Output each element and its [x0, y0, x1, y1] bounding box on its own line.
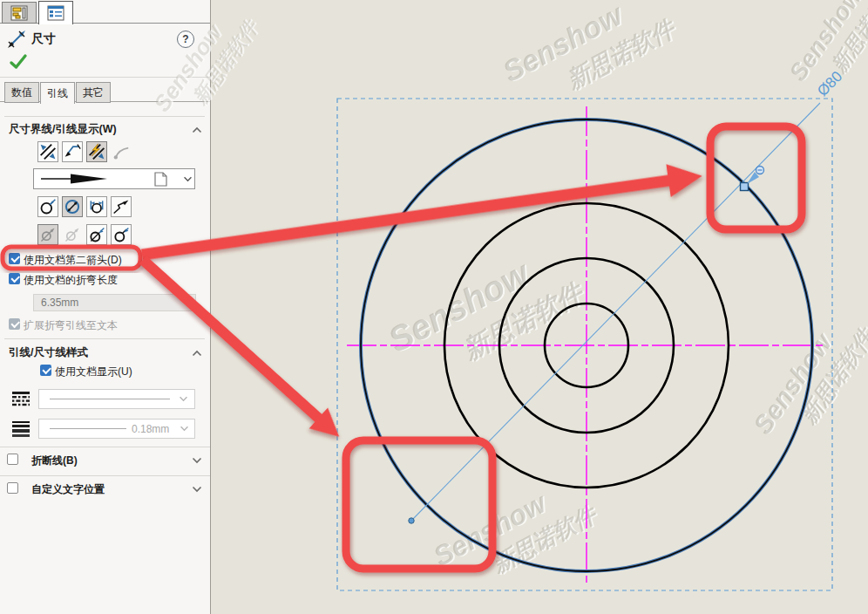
configurations-icon: [47, 5, 64, 21]
diameter-disabled-icon: [39, 226, 57, 243]
bend-length-label[interactable]: 使用文档的折弯长度: [24, 273, 118, 288]
line-style-preview: [50, 399, 170, 399]
collapse-chevron-up-icon[interactable]: [192, 350, 202, 357]
jogged-leader-button[interactable]: [111, 196, 132, 217]
tab-value[interactable]: 数值: [4, 82, 39, 103]
line-style-dropdown: [38, 389, 195, 409]
panel-title: 尺寸: [31, 31, 56, 47]
second-arrow-label[interactable]: 使用文档第二箭头(D): [24, 253, 122, 268]
divider: [0, 77, 210, 78]
smart-witness-button[interactable]: [86, 141, 107, 162]
tab-property-manager[interactable]: [2, 2, 37, 24]
thickness-value: 0.18mm: [132, 423, 169, 435]
tab-configurations[interactable]: [38, 1, 73, 24]
tab-other[interactable]: 其它: [76, 82, 111, 103]
break-lines-checkbox[interactable]: [7, 454, 18, 465]
open-diameter-button[interactable]: [111, 224, 132, 245]
second-arrow-checkbox[interactable]: [9, 253, 20, 264]
thickness-preview: [50, 428, 126, 429]
app-window: 尺寸 ? 数值 引线 其它 尺寸界线/引线显示(W): [0, 0, 868, 614]
line-thickness-icon: [11, 420, 31, 437]
dimension-icon: [7, 30, 26, 49]
arrows-outside-button[interactable]: [37, 196, 58, 217]
smart-arrows-icon: [88, 198, 105, 215]
arrow-style-preview: [39, 172, 144, 186]
custom-text-position-checkbox[interactable]: [7, 482, 18, 494]
bent-leader-button[interactable]: [62, 141, 83, 162]
smart-witness-icon: [88, 143, 105, 160]
witness-lines-button[interactable]: [37, 141, 58, 162]
document-icon: [154, 172, 167, 187]
extend-bent-checkbox: [9, 318, 20, 330]
foreshortened-diameter-icon: [88, 226, 105, 243]
foreshortened-diameter-button[interactable]: [86, 224, 107, 245]
collapse-chevron-up-icon[interactable]: [192, 126, 202, 133]
diameter-leader-icon-2: [62, 224, 83, 245]
line-thickness-dropdown: 0.18mm: [38, 419, 195, 439]
custom-text-position-label[interactable]: 自定义文字位置: [31, 482, 105, 497]
witness-lines-icon: [39, 143, 57, 160]
divider: [0, 447, 210, 447]
divider: [4, 116, 205, 117]
extend-bent-label: 扩展折弯引线至文本: [24, 318, 118, 333]
smart-arrows-button[interactable]: [86, 196, 107, 217]
chevron-down-icon: [183, 176, 193, 182]
open-diameter-icon: [112, 226, 130, 243]
line-style-icon: [11, 390, 31, 407]
expand-chevron-down-icon[interactable]: [192, 486, 202, 493]
use-document-display-label[interactable]: 使用文档显示(U): [55, 365, 132, 379]
property-manager-panel: 尺寸 ? 数值 引线 其它 尺寸界线/引线显示(W): [0, 0, 211, 614]
arrows-inside-button[interactable]: [62, 196, 83, 217]
bend-length-input[interactable]: 6.35mm: [33, 294, 196, 311]
arrows-outside-icon: [39, 198, 57, 215]
jogged-leader-icon: [112, 198, 130, 215]
chevron-down-icon: [180, 426, 189, 432]
divider: [4, 338, 205, 339]
arrow-style-dropdown[interactable]: [33, 168, 195, 189]
arrows-inside-icon: [64, 198, 81, 215]
tab-leaders[interactable]: 引线: [40, 82, 75, 104]
panel-tabs: 数值 引线 其它: [4, 82, 112, 104]
style-section-title: 引线/尺寸线样式: [9, 345, 88, 360]
use-document-display-checkbox[interactable]: [40, 365, 51, 376]
witness-section-title: 尺寸界线/引线显示(W): [9, 122, 117, 137]
diameter-leader-button-1[interactable]: [37, 224, 58, 245]
divider: [0, 475, 210, 476]
property-manager-icon: [10, 5, 28, 21]
ok-button[interactable]: [9, 52, 28, 72]
expand-chevron-down-icon[interactable]: [192, 457, 202, 464]
help-icon[interactable]: ?: [177, 31, 194, 48]
bent-leader-icon: [64, 143, 81, 160]
drawing-canvas[interactable]: [211, 0, 868, 614]
bend-length-checkbox[interactable]: [9, 273, 20, 284]
break-lines-label[interactable]: 折断线(B): [31, 454, 78, 468]
curved-leader-icon: [112, 144, 132, 161]
chevron-down-icon: [179, 396, 188, 402]
